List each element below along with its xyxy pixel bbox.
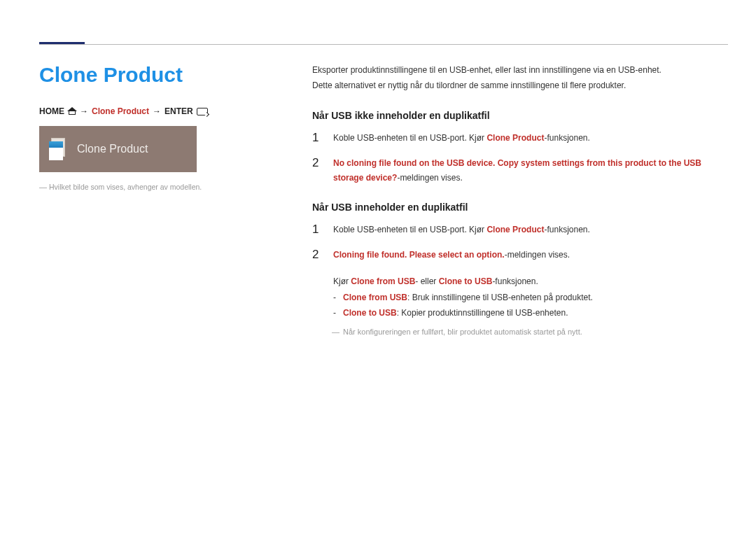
page-title: Clone Product [39,63,277,87]
step-text-bold: Clone Product [486,133,544,143]
step-text-pre: Koble USB-enheten til en USB-port. Kjør [333,133,486,143]
step-body: Koble USB-enheten til en USB-port. Kjør … [333,131,590,145]
bullet-clone-to-usb: Clone to USB: Kopier produktinnstillinge… [312,305,714,321]
step-text-red: Cloning file found. Please select an opt… [333,250,505,260]
right-column: Eksporter produktinnstillingene til en U… [312,63,714,339]
section-2-step-2: 2 Cloning file found. Please select an o… [312,248,714,262]
step-text-red: No cloning file found on the USB device.… [333,158,701,182]
run-option-b: Clone to USB [439,276,493,286]
breadcrumb-home: HOME [39,106,64,116]
step-text-post: -meldingen vises. [505,250,570,260]
step-body: Koble USB-enheten til en USB-port. Kjør … [333,223,590,237]
section-1-step-2: 2 No cloning file found on the USB devic… [312,156,714,185]
step-body: No cloning file found on the USB device.… [333,156,714,185]
image-footnote: Hvilket bilde som vises, avhenger av mod… [39,182,277,193]
intro-line-1: Eksporter produktinnstillingene til en U… [312,63,714,77]
breadcrumb-arrow-2: → [153,106,161,116]
header-rule [39,44,728,45]
step-number: 2 [312,248,321,262]
breadcrumb-arrow-1: → [80,106,88,116]
section-2-step-1: 1 Koble USB-enheten til en USB-port. Kjø… [312,223,714,237]
step-number: 2 [312,156,321,185]
step-number: 1 [312,131,321,145]
bullet-clone-from-usb: Clone from USB: Bruk innstillingene til … [312,290,714,306]
section-1-heading: Når USB ikke inneholder en duplikatfil [312,110,714,121]
clone-product-tile-icon [49,138,69,160]
bullet-text: : Kopier produktinnstillingene til USB-e… [397,308,568,318]
enter-icon [197,108,208,115]
intro-line-2: Dette alternativet er nyttig når du tilo… [312,78,714,92]
step-number: 1 [312,223,321,237]
home-icon [68,108,76,115]
step-text-post: meldingen vises. [400,173,462,183]
run-mid: - eller [415,276,438,286]
breadcrumb: HOME → Clone Product → ENTER [39,106,277,116]
run-option-a: Clone from USB [351,276,415,286]
step-text-bold: Clone Product [486,225,544,234]
page-content: Clone Product HOME → Clone Product → ENT… [39,63,714,339]
clone-product-tile-label: Clone Product [77,143,148,155]
clone-product-tile: Clone Product [39,126,197,172]
step-text-pre: Koble USB-enheten til en USB-port. Kjør [333,225,486,234]
bullet-label: Clone from USB [343,293,407,302]
left-column: Clone Product HOME → Clone Product → ENT… [39,63,277,339]
restart-note: Når konfigureringen er fullført, blir pr… [312,325,714,339]
run-pre: Kjør [333,276,351,286]
breadcrumb-enter: ENTER [164,106,193,116]
step-body: Cloning file found. Please select an opt… [333,248,570,262]
section-1-step-1: 1 Koble USB-enheten til en USB-port. Kjø… [312,131,714,145]
bullet-label: Clone to USB [343,308,397,318]
section-2-heading: Når USB inneholder en duplikatfil [312,202,714,213]
step-text-post: -funksjonen. [544,133,589,143]
run-line: Kjør Clone from USB- eller Clone to USB-… [312,274,714,290]
breadcrumb-product: Clone Product [92,106,149,116]
intro-block: Eksporter produktinnstillingene til en U… [312,63,714,93]
step-text-post: -funksjonen. [544,225,589,234]
run-post: -funksjonen. [492,276,538,286]
bullet-text: : Bruk innstillingene til USB-enheten på… [407,293,593,302]
